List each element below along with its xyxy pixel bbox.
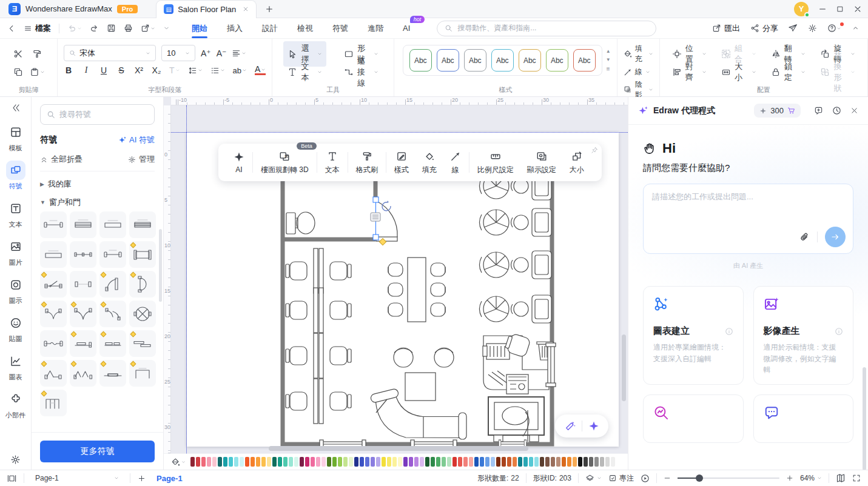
size-button[interactable]: 大小	[721, 61, 756, 83]
close-window-button[interactable]	[853, 5, 862, 13]
font-size-select[interactable]: 10	[161, 45, 195, 61]
symbol-tile-d-pocket[interactable]	[99, 360, 126, 387]
ctx-文本[interactable]: 文本	[318, 150, 346, 175]
library-settings-gear-icon[interactable]	[10, 454, 21, 465]
color-swatch[interactable]	[376, 457, 380, 467]
font-family-select[interactable]: 宋体	[64, 45, 156, 61]
menu-tab-開始[interactable]: 開始	[190, 19, 209, 38]
presentation-mode-icon[interactable]	[7, 474, 16, 483]
attach-paperclip-icon[interactable]	[799, 232, 810, 242]
ctx-顯示設定[interactable]: 顯示設定	[520, 150, 563, 175]
global-search-input[interactable]: 搜尋動作、資產和指南...	[437, 21, 656, 36]
group-my-library[interactable]: ▶我的庫	[40, 179, 155, 190]
vertical-scrollbar[interactable]	[622, 335, 626, 401]
agent-card-影像產生[interactable]: 影像產生適用於示範情境：支援微調修改，例如文字編輯	[753, 286, 854, 385]
magic-wand-icon[interactable]	[565, 421, 576, 431]
color-swatch[interactable]	[485, 457, 490, 467]
zoom-level[interactable]: 64%	[800, 474, 822, 482]
line-button[interactable]: 線	[624, 67, 653, 77]
ai-symbols-button[interactable]: AI 符號	[118, 135, 155, 145]
pan-map-icon[interactable]	[836, 473, 846, 483]
menu-tab-符號[interactable]: 符號	[331, 19, 349, 38]
feedback-icon[interactable]	[814, 106, 823, 115]
color-swatch[interactable]	[272, 457, 277, 467]
color-swatch[interactable]	[343, 457, 348, 467]
color-swatch[interactable]	[321, 457, 326, 467]
collapse-panel-icon[interactable]	[11, 103, 21, 113]
superscript-button[interactable]: X²	[134, 65, 144, 75]
close-panel-icon[interactable]	[850, 107, 858, 115]
layers-button[interactable]	[585, 474, 602, 483]
color-swatch[interactable]	[584, 457, 588, 467]
symbol-tile-d-half[interactable]	[129, 271, 156, 298]
app-home-tab[interactable]: Ǝ Wondershare EdrawMax Pro	[0, 0, 146, 18]
color-swatch[interactable]	[474, 457, 479, 467]
color-swatch[interactable]	[392, 457, 397, 467]
manage-button[interactable]: 管理	[128, 154, 155, 165]
cart-icon[interactable]	[787, 107, 795, 115]
agent-card-extra-2[interactable]	[643, 394, 744, 443]
underline-button[interactable]: U	[99, 65, 109, 75]
styles-more-icon[interactable]: ≡	[607, 65, 610, 72]
ctx-比例尺設定[interactable]: 比例尺設定	[471, 150, 520, 175]
color-swatch[interactable]	[251, 457, 255, 467]
symbol-tile-d-bifold[interactable]	[40, 360, 67, 387]
avatar[interactable]: Y	[794, 2, 809, 16]
ctx-樣式[interactable]: 樣式	[388, 150, 415, 175]
color-swatch[interactable]	[529, 457, 533, 467]
symbol-search-input[interactable]: 搜尋符號	[40, 104, 155, 125]
ai-sparkle-icon[interactable]	[588, 421, 599, 431]
undo-button[interactable]	[67, 24, 82, 33]
style-sample-4[interactable]: Abc	[491, 49, 514, 72]
subscript-button[interactable]: X₂	[152, 65, 161, 75]
page-tab[interactable]: Page-1	[156, 474, 183, 483]
group-windows-doors[interactable]: ▼窗户和門	[40, 197, 155, 208]
symbol-tile-w-open[interactable]	[40, 211, 67, 238]
save-button[interactable]	[107, 24, 116, 33]
symbol-tile-w-label[interactable]	[40, 241, 67, 268]
color-swatch[interactable]	[453, 457, 457, 467]
add-page-button[interactable]	[138, 474, 146, 482]
color-swatch[interactable]	[403, 457, 408, 467]
document-tab[interactable]: ▤ Salon Floor Plan	[156, 0, 257, 18]
menu-tab-AI[interactable]: AIhot	[402, 20, 411, 36]
zoom-out-button[interactable]	[664, 474, 671, 482]
sidebar-item-圖示[interactable]: 圖示	[5, 275, 25, 305]
color-swatch[interactable]	[278, 457, 282, 467]
color-swatch[interactable]	[573, 457, 577, 467]
color-swatch[interactable]	[409, 457, 413, 467]
color-swatch[interactable]	[398, 457, 402, 467]
sidebar-item-符號[interactable]: 符號	[5, 161, 25, 191]
share-button[interactable]: 分享	[750, 23, 778, 34]
color-swatch[interactable]	[371, 457, 375, 467]
color-swatch[interactable]	[594, 457, 599, 467]
more-symbols-button[interactable]: 更多符號	[40, 441, 155, 462]
play-presentation-icon[interactable]	[641, 474, 650, 483]
color-swatch[interactable]	[327, 457, 331, 467]
info-icon[interactable]	[725, 327, 733, 336]
collapse-all-button[interactable]: 全部折疊	[40, 154, 82, 165]
format-dialog-launch-icon[interactable]	[650, 87, 656, 94]
color-swatch[interactable]	[589, 457, 593, 467]
italic-button[interactable]: I	[81, 65, 91, 75]
symbol-tile-d-angled[interactable]	[40, 271, 67, 298]
agent-card-extra-3[interactable]	[753, 394, 854, 443]
color-swatch[interactable]	[283, 457, 288, 467]
menu-tab-插入[interactable]: 插入	[226, 19, 244, 38]
close-tab-icon[interactable]	[243, 6, 249, 12]
color-swatch[interactable]	[360, 457, 364, 467]
sidebar-item-模板[interactable]: 模板	[5, 122, 25, 153]
copy-button[interactable]	[13, 67, 23, 77]
color-swatch[interactable]	[207, 457, 211, 467]
color-swatch[interactable]	[212, 457, 217, 467]
color-swatch[interactable]	[540, 457, 544, 467]
color-swatch[interactable]	[518, 457, 522, 467]
menu-tab-設計[interactable]: 設計	[261, 19, 279, 38]
color-swatch[interactable]	[523, 457, 528, 467]
color-swatch[interactable]	[294, 457, 298, 467]
maximize-button[interactable]	[836, 5, 844, 13]
symbol-tile-d-arc[interactable]	[99, 271, 126, 298]
color-swatch[interactable]	[458, 457, 462, 467]
color-swatch[interactable]	[349, 457, 353, 467]
color-swatch[interactable]	[190, 457, 195, 467]
